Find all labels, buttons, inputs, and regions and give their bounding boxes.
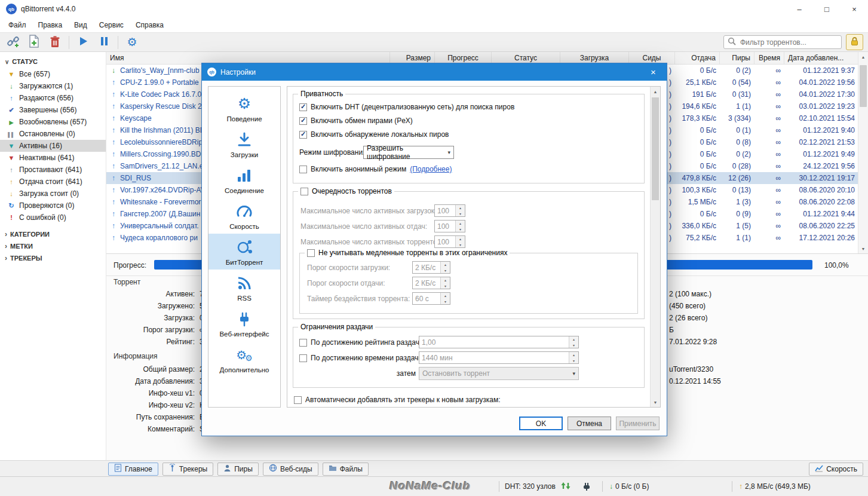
- max-torrents-spinner[interactable]: 100: [434, 235, 465, 248]
- sidebar-section-tags[interactable]: МЕТКИ: [0, 240, 106, 252]
- seeding-time-row[interactable]: По достижению времени раздачи: [299, 354, 422, 362]
- then-action-select[interactable]: Остановить торрент: [419, 367, 579, 380]
- column-seeds[interactable]: Сиды: [629, 52, 675, 64]
- scrollbar-thumb[interactable]: [652, 97, 659, 200]
- sidebar-item-paused[interactable]: Остановлены (0): [0, 128, 106, 140]
- apply-button[interactable]: Применить: [616, 417, 660, 430]
- column-name[interactable]: Имя: [106, 52, 390, 64]
- table-scrollbar[interactable]: ▲ ▼: [858, 52, 868, 253]
- delete-torrent-button[interactable]: [47, 35, 63, 50]
- column-progress[interactable]: Прогресс: [435, 52, 492, 64]
- add-torrent-file-button[interactable]: [26, 35, 42, 50]
- spinner-arrows-icon[interactable]: [440, 293, 450, 304]
- sidebar-item-errored[interactable]: С ошибкой (0): [0, 212, 106, 223]
- tab-files[interactable]: Файлы: [323, 463, 369, 476]
- dialog-close-button[interactable]: ×: [640, 63, 667, 81]
- sidebar-item-checking[interactable]: Проверяются (0): [0, 200, 106, 212]
- pause-button[interactable]: [96, 35, 112, 50]
- checkbox[interactable]: [294, 396, 302, 404]
- spinner-arrows-icon[interactable]: [440, 262, 450, 273]
- sidebar-section-trackers[interactable]: ТРЕКЕРЫ: [0, 252, 106, 264]
- sidebar-item-stalled-uploading[interactable]: Отдача стоит (641): [0, 176, 106, 188]
- tab-peers[interactable]: Пиры: [217, 463, 259, 476]
- menu-tools[interactable]: Сервис: [93, 21, 130, 29]
- seeding-time-spinner[interactable]: 1440 мин: [419, 351, 579, 364]
- spinner-arrows-icon[interactable]: [455, 205, 465, 216]
- dialog-scrollbar[interactable]: ▲ ▼: [650, 87, 660, 407]
- spinner-arrows-icon[interactable]: [569, 352, 578, 363]
- slow-torrents-group-label[interactable]: Не учитывать медленные торренты в этих о…: [305, 249, 510, 257]
- column-size[interactable]: Размер: [390, 52, 435, 64]
- settings-nav-behavior[interactable]: ⚙Поведение: [208, 90, 280, 126]
- sidebar-item-stalled-downloading[interactable]: Загрузка стоит (0): [0, 188, 106, 200]
- sidebar-item-downloading[interactable]: Загружаются (1): [0, 80, 106, 92]
- settings-nav-bittorrent[interactable]: БитТоррент: [208, 234, 280, 270]
- checkbox[interactable]: [299, 354, 307, 362]
- spinner-arrows-icon[interactable]: [455, 236, 465, 247]
- sidebar-item-completed[interactable]: Завершены (656): [0, 104, 106, 116]
- spinner-arrows-icon[interactable]: [440, 277, 450, 289]
- menu-help[interactable]: Справка: [130, 21, 170, 29]
- encryption-mode-select[interactable]: Разрешить шифрование: [363, 146, 454, 159]
- checkbox[interactable]: [299, 103, 307, 111]
- scroll-down-icon[interactable]: ▼: [651, 397, 660, 407]
- resume-button[interactable]: [75, 35, 91, 50]
- status-section-header[interactable]: СТАТУС: [0, 56, 106, 68]
- maximize-button[interactable]: □: [813, 0, 841, 18]
- cancel-button[interactable]: Отмена: [568, 417, 611, 430]
- settings-nav-downloads[interactable]: Загрузки: [208, 126, 280, 162]
- speed-limits-icon[interactable]: [560, 481, 571, 492]
- checkbox[interactable]: [299, 166, 307, 173]
- tab-general[interactable]: Главное: [108, 463, 158, 476]
- add-torrent-link-button[interactable]: [5, 35, 22, 50]
- checkbox[interactable]: [299, 117, 307, 125]
- settings-nav-speed[interactable]: Скорость: [208, 198, 280, 234]
- sidebar-section-categories[interactable]: КАТЕГОРИИ: [0, 228, 106, 240]
- ratio-limit-spinner[interactable]: 1,00: [419, 336, 579, 348]
- settings-nav-rss[interactable]: RSS: [208, 270, 280, 305]
- torrent-filter-input[interactable]: [739, 38, 838, 47]
- enable-pex-row[interactable]: Включить обмен пирами (PeX): [299, 117, 413, 125]
- spinner-arrows-icon[interactable]: [455, 221, 465, 232]
- max-downloads-spinner[interactable]: 100: [434, 204, 465, 217]
- lock-button[interactable]: [846, 34, 863, 50]
- menu-edit[interactable]: Правка: [32, 21, 69, 29]
- options-button[interactable]: ⚙: [124, 35, 140, 50]
- settings-nav-connection[interactable]: Соединение: [208, 162, 280, 198]
- column-status[interactable]: Статус: [492, 52, 560, 64]
- scroll-down-icon[interactable]: ▼: [858, 244, 868, 253]
- scroll-up-icon[interactable]: ▲: [858, 52, 868, 62]
- auto-add-trackers-row[interactable]: Автоматически добавлять эти трекеры к но…: [294, 396, 645, 404]
- scroll-up-icon[interactable]: ▲: [651, 87, 660, 96]
- column-added-on[interactable]: Дата добавлен...: [784, 52, 858, 64]
- anonymous-mode-row[interactable]: Включить анонимный режим(Подробнее): [299, 165, 452, 173]
- sidebar-item-seeding[interactable]: Раздаются (656): [0, 92, 106, 104]
- tab-trackers[interactable]: Трекеры: [162, 463, 213, 476]
- checkbox[interactable]: [299, 339, 307, 347]
- ok-button[interactable]: OK: [519, 417, 563, 430]
- more-info-link[interactable]: (Подробнее): [410, 165, 452, 173]
- menu-view[interactable]: Вид: [68, 21, 93, 29]
- column-eta[interactable]: Время: [754, 52, 784, 64]
- checkbox[interactable]: [299, 131, 307, 139]
- spinner-arrows-icon[interactable]: [569, 336, 578, 348]
- connection-status-icon[interactable]: [581, 482, 593, 493]
- queueing-group-label[interactable]: Очередность торрентов: [298, 187, 394, 195]
- slow-dl-threshold-spinner[interactable]: 2 КБ/с: [412, 261, 450, 274]
- sidebar-item-stalled[interactable]: Простаивают (641): [0, 164, 106, 176]
- checkbox[interactable]: [300, 188, 308, 195]
- enable-dht-row[interactable]: Включить DHT (децентрализованную сеть) д…: [299, 103, 514, 111]
- settings-nav-advanced[interactable]: ⚙⚙Дополнительно: [208, 341, 280, 377]
- tab-webseeds[interactable]: Веб-сиды: [263, 463, 318, 476]
- column-peers[interactable]: Пиры: [720, 52, 754, 64]
- sidebar-item-resumed[interactable]: Возобновлены (657): [0, 116, 106, 128]
- ratio-limit-row[interactable]: По достижению рейтинга раздачи: [299, 338, 424, 347]
- inactivity-timer-spinner[interactable]: 60 с: [412, 292, 450, 305]
- column-upload[interactable]: Отдача: [675, 52, 720, 64]
- checkbox[interactable]: [307, 249, 315, 257]
- sidebar-item-all[interactable]: Все (657): [0, 68, 106, 80]
- sidebar-item-active[interactable]: Активны (16): [0, 140, 106, 152]
- settings-nav-webui[interactable]: Веб-интерфейс: [208, 305, 280, 341]
- enable-lsd-row[interactable]: Включить обнаружение локальных пиров: [299, 130, 449, 139]
- minimize-button[interactable]: –: [786, 0, 813, 18]
